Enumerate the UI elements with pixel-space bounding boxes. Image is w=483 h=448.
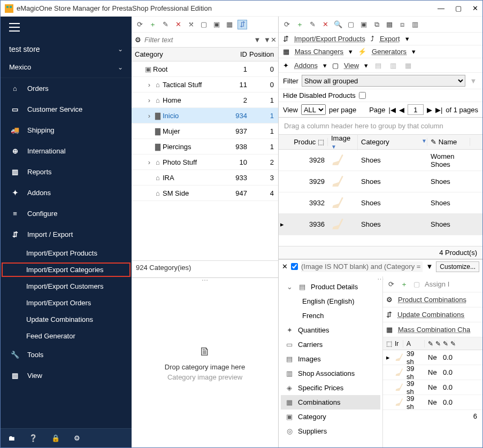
copy-button[interactable]: ▢ <box>346 20 356 29</box>
col-product-id[interactable]: Produc ⬚ <box>285 138 328 146</box>
filter-enabled-checkbox[interactable] <box>291 263 298 270</box>
import-button[interactable]: ▣ <box>212 20 221 29</box>
sidebar-item-customer-service[interactable]: ▭Customer Service <box>1 99 132 120</box>
detail-item[interactable]: ◈Specific Prices <box>281 381 380 395</box>
col-e2[interactable]: ✎ <box>432 340 440 347</box>
detail-header[interactable]: ⌄▤Product Details <box>281 280 380 294</box>
tree-row[interactable]: ⌂SM Side9474 <box>132 186 278 201</box>
sidebar-item-configure[interactable]: ≡Configure <box>1 203 132 224</box>
move-button[interactable]: ⤧ <box>186 20 196 29</box>
subnav-import-export-categories[interactable]: Import/Export Categories <box>1 261 132 278</box>
maximize-button[interactable]: ▢ <box>455 4 462 12</box>
link-mass-changers[interactable]: Mass Changers <box>295 48 343 56</box>
combo-row[interactable]: ▸39 shNe0.0 <box>383 350 482 365</box>
grid-row[interactable]: ▸3936ShoesShoes <box>279 214 482 235</box>
minimize-button[interactable]: — <box>438 4 444 12</box>
tree-row[interactable]: ›⌂Home21 <box>132 92 278 108</box>
close-button[interactable]: ✕ <box>472 4 478 12</box>
col-selector[interactable]: ⬚ <box>383 340 392 347</box>
link-view[interactable]: View <box>344 61 359 69</box>
tree-row[interactable]: ›▇Inicio9341 <box>132 108 278 123</box>
gear-icon[interactable]: ⚙ <box>74 434 80 442</box>
col-category[interactable]: Category ▼ <box>358 138 427 146</box>
sidebar-item-reports[interactable]: ▥Reports <box>1 161 132 182</box>
subnav-import-export-customers[interactable]: Import/Export Customers <box>1 278 132 295</box>
combo-row[interactable]: 39 shNe0.0 <box>383 365 482 380</box>
refresh-button[interactable]: ⟳ <box>282 20 292 29</box>
filter-funnel-icon[interactable]: ▼ <box>252 35 262 45</box>
add-button[interactable]: ＋ <box>148 20 157 29</box>
combo-row[interactable]: 39 shNe0.0 <box>383 380 482 395</box>
expand-icon[interactable]: › <box>145 96 153 104</box>
lang-french[interactable]: French <box>281 308 380 323</box>
next-page-button[interactable]: ▶ <box>427 106 432 114</box>
grid-button[interactable]: ▦ <box>225 20 234 29</box>
delete-button[interactable]: ✕ <box>173 20 183 29</box>
paste-button[interactable]: ▣ <box>359 20 369 29</box>
link-update-combinations[interactable]: Update Combinations <box>397 311 464 319</box>
gear-icon[interactable]: ⚙ <box>135 36 141 44</box>
link-import-export-products[interactable]: Import/Export Products <box>294 35 365 43</box>
subnav-import-export-products[interactable]: Import/Export Products <box>1 245 132 261</box>
detail-item[interactable]: ▥Shop Associations <box>281 366 380 381</box>
col-e4[interactable]: ✎ <box>447 340 455 347</box>
first-page-button[interactable]: |◀ <box>389 106 396 114</box>
combo-row[interactable]: 39 shNe0.0 <box>383 395 482 410</box>
hide-disabled-checkbox[interactable] <box>359 92 366 99</box>
tree-row[interactable]: ⌂IRA9333 <box>132 170 278 186</box>
filter-toggle-button[interactable]: ⇵ <box>237 20 247 29</box>
add-button[interactable]: ＋ <box>295 20 304 29</box>
link-product-combinations[interactable]: Product Combinations <box>398 296 466 304</box>
group-hint[interactable]: Drag a column header here to group by th… <box>279 118 482 135</box>
sidebar-item-import-export[interactable]: ⇵Import / Export <box>1 224 132 245</box>
perpage-select[interactable]: ALL <box>301 104 326 115</box>
tree-row[interactable]: ›⌂Tactical Stuff110 <box>132 77 278 92</box>
detail-item[interactable]: ▦Combinations <box>281 395 380 410</box>
link-mass-combination[interactable]: Mass Combination Cha <box>398 326 470 334</box>
subnav-feed-generator[interactable]: Feed Generator <box>1 328 132 344</box>
category-filter-input[interactable] <box>144 34 249 46</box>
clear-filter-button[interactable]: ✕ <box>282 262 288 271</box>
add-button[interactable]: ＋ <box>399 280 409 289</box>
refresh-button[interactable]: ⟳ <box>386 280 396 289</box>
store-selector[interactable]: test store ⌄ <box>1 40 132 59</box>
sidebar-item-orders[interactable]: ⌂Orders <box>1 78 132 99</box>
region-selector[interactable]: Mexico ⌄ <box>1 59 132 78</box>
subnav-update-combinations[interactable]: Update Combinations <box>1 311 132 328</box>
detail-item[interactable]: ▭Carriers <box>281 337 380 352</box>
export-button[interactable]: ▢ <box>199 20 209 29</box>
grid-row[interactable]: 3932ShoesShoes <box>279 192 482 214</box>
category-image-drop[interactable]: 🗎 Drop category image here Category imag… <box>132 277 278 447</box>
subnav-import-export-orders[interactable]: Import/Export Orders <box>1 295 132 311</box>
filter-clear-icon[interactable]: ▼✕ <box>265 35 275 45</box>
delete-button[interactable]: ✕ <box>320 20 330 29</box>
link-generators[interactable]: Generators <box>372 48 407 56</box>
active-filter-text[interactable] <box>301 261 423 272</box>
filter-select[interactable]: Show all grouped <box>302 75 465 87</box>
sidebar-item-tools[interactable]: 🔧Tools <box>1 344 132 365</box>
refresh-button[interactable]: ⟳ <box>135 20 144 29</box>
expand-icon[interactable]: › <box>145 81 153 89</box>
col-ir[interactable]: Ir <box>392 340 403 347</box>
sidebar-item-view[interactable]: ▥View <box>1 365 132 386</box>
col-position[interactable]: Position <box>249 50 278 58</box>
tree-row[interactable]: ▇Piercings9381 <box>132 139 278 155</box>
search-button[interactable]: 🔍 <box>333 20 343 29</box>
hamburger-button[interactable] <box>1 17 132 40</box>
col-name[interactable]: ✎ Name <box>427 138 470 146</box>
last-page-button[interactable]: ▶| <box>435 106 442 114</box>
lock-icon[interactable]: 🔒 <box>51 434 60 442</box>
help-icon[interactable]: ❔ <box>29 434 37 442</box>
detail-item[interactable]: ▤Images <box>281 352 380 366</box>
tree-row[interactable]: ›⌂Photo Stuff102 <box>132 155 278 170</box>
col-category[interactable]: Category <box>132 50 217 58</box>
col-image[interactable]: Image ▼ <box>328 134 358 150</box>
customize-button[interactable]: Customize... <box>436 261 479 272</box>
expand-icon[interactable]: › <box>145 158 153 166</box>
sidebar-item-international[interactable]: ⊕International <box>1 141 132 161</box>
store-icon[interactable]: 🖿 <box>8 434 15 442</box>
tree-row[interactable]: ▣Root10 <box>132 61 278 77</box>
edit-button[interactable]: ✎ <box>160 20 170 29</box>
prev-page-button[interactable]: ◀ <box>399 106 404 114</box>
misc2-button[interactable]: ⧈ <box>397 20 407 29</box>
